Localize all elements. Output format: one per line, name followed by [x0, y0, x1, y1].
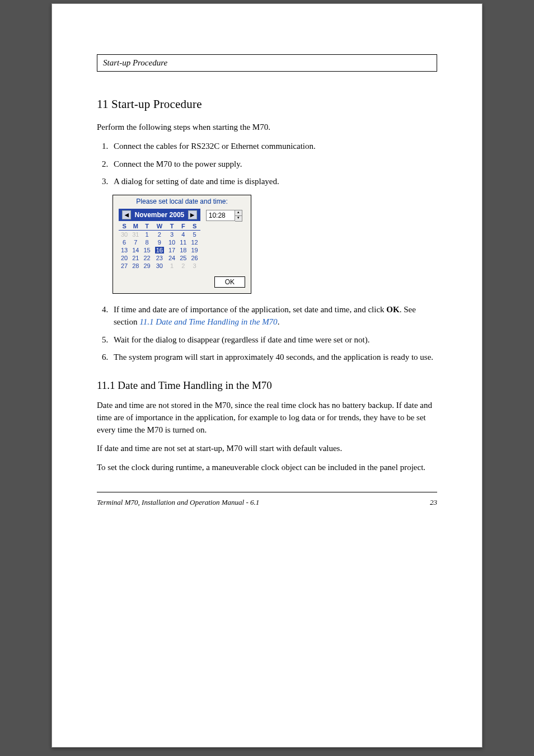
calendar-day[interactable]: 2	[177, 262, 189, 270]
calendar-day[interactable]: 26	[189, 254, 200, 262]
calendar-week: 13141516171819	[119, 246, 200, 254]
calendar-day[interactable]: 15	[142, 246, 153, 254]
step-5: Wait for the dialog to disappear (regard…	[110, 334, 437, 346]
calendar-day[interactable]: 3	[166, 231, 177, 239]
calendar-header: ◀ November 2005 ▶	[119, 209, 200, 221]
calendar-day[interactable]: 24	[166, 254, 177, 262]
calendar-week: 20212223242526	[119, 254, 200, 262]
calendar-day[interactable]: 28	[130, 262, 141, 270]
calendar-day[interactable]: 17	[166, 246, 177, 254]
time-value[interactable]: 10:28	[206, 210, 235, 221]
header-title: Start-up Procedure	[103, 58, 167, 67]
page-footer: Terminal M70, Installation and Operation…	[97, 498, 437, 507]
intro-text: Perform the following steps when startin…	[97, 121, 437, 134]
p2: If date and time are not set at start-up…	[97, 443, 437, 455]
calendar-day[interactable]: 2	[153, 231, 166, 239]
p3: To set the clock during runtime, a maneu…	[97, 462, 437, 474]
step-1: Connect the cables for RS232C or Etherne…	[110, 140, 437, 153]
step-6: The system program will start in approxi…	[110, 351, 437, 364]
step4-link[interactable]: 11.1 Date and Time Handling in the M70	[139, 317, 277, 326]
footer-rule	[97, 492, 437, 492]
datetime-dialog: Please set local date and time: ◀ Novemb…	[113, 195, 251, 294]
weekday-header: W	[153, 222, 166, 231]
step-3: A dialog for setting of date and time is…	[110, 176, 437, 188]
calendar-day[interactable]: 14	[130, 246, 141, 254]
calendar-day[interactable]: 4	[177, 231, 189, 239]
header-box: Start-up Procedure	[97, 54, 437, 72]
calendar-day[interactable]: 22	[142, 254, 153, 262]
weekday-header: S	[119, 222, 130, 231]
month-label: November 2005	[135, 211, 185, 219]
calendar-day[interactable]: 18	[177, 246, 189, 254]
calendar-day[interactable]: 13	[119, 246, 130, 254]
steps-list-1: Connect the cables for RS232C or Etherne…	[97, 140, 437, 188]
step-2: Connect the M70 to the power supply.	[110, 158, 437, 171]
steps-list-2: If time and date are of importance of th…	[97, 304, 437, 364]
calendar-week: 6789101112	[119, 238, 200, 246]
calendar-grid: S M T W T F S 30311234567891011121314151…	[119, 222, 200, 270]
time-up-button[interactable]: ▲	[235, 210, 242, 216]
calendar-day[interactable]: 23	[153, 254, 166, 262]
calendar-day[interactable]: 1	[142, 231, 153, 239]
calendar-day[interactable]: 7	[130, 238, 141, 246]
calendar-day[interactable]: 1	[166, 262, 177, 270]
footer-left: Terminal M70, Installation and Operation…	[97, 498, 259, 507]
calendar-day[interactable]: 19	[189, 246, 200, 254]
calendar-day[interactable]: 9	[153, 238, 166, 246]
footer-page-number: 23	[430, 498, 437, 507]
calendar-day[interactable]: 3	[189, 262, 200, 270]
weekday-header: M	[130, 222, 141, 231]
calendar-day[interactable]: 8	[142, 238, 153, 246]
calendar-day[interactable]: 30	[153, 262, 166, 270]
calendar-day[interactable]: 27	[119, 262, 130, 270]
time-spinner[interactable]: 10:28 ▲ ▼	[206, 210, 242, 222]
calendar-day[interactable]: 6	[119, 238, 130, 246]
step-4: If time and date are of importance of th…	[110, 304, 437, 328]
calendar-day[interactable]: 16	[153, 246, 166, 254]
p1: Date and time are not stored in the M70,…	[97, 400, 437, 436]
time-down-button[interactable]: ▼	[235, 216, 242, 221]
spin-buttons: ▲ ▼	[235, 210, 242, 222]
section-title-11-1: 11.1 Date and Time Handling in the M70	[97, 379, 437, 392]
calendar-day[interactable]: 29	[142, 262, 153, 270]
calendar-day[interactable]: 31	[130, 231, 141, 239]
weekday-header: S	[189, 222, 200, 231]
weekday-header: F	[177, 222, 189, 231]
dialog-title: Please set local date and time:	[113, 195, 251, 209]
calendar-day[interactable]: 20	[119, 254, 130, 262]
calendar-day[interactable]: 5	[189, 231, 200, 239]
ok-button[interactable]: OK	[214, 276, 245, 288]
prev-month-button[interactable]: ◀	[122, 210, 131, 219]
calendar-day[interactable]: 30	[119, 231, 130, 239]
calendar-week: 27282930123	[119, 262, 200, 270]
weekday-row: S M T W T F S	[119, 222, 200, 231]
step4-pre: If time and date are of importance of th…	[114, 305, 386, 314]
weekday-header: T	[142, 222, 153, 231]
calendar-day[interactable]: 10	[166, 238, 177, 246]
step4-end: .	[278, 317, 280, 326]
next-month-button[interactable]: ▶	[188, 210, 197, 219]
calendar-day[interactable]: 21	[130, 254, 141, 262]
calendar[interactable]: ◀ November 2005 ▶ S M T W T F S	[119, 209, 200, 270]
step4-ok: OK	[386, 305, 399, 314]
calendar-day[interactable]: 11	[177, 238, 189, 246]
calendar-week: 303112345	[119, 231, 200, 239]
calendar-day[interactable]: 25	[177, 254, 189, 262]
section-title-11: 11 Start-up Procedure	[97, 97, 437, 111]
calendar-day[interactable]: 12	[189, 238, 200, 246]
weekday-header: T	[166, 222, 177, 231]
